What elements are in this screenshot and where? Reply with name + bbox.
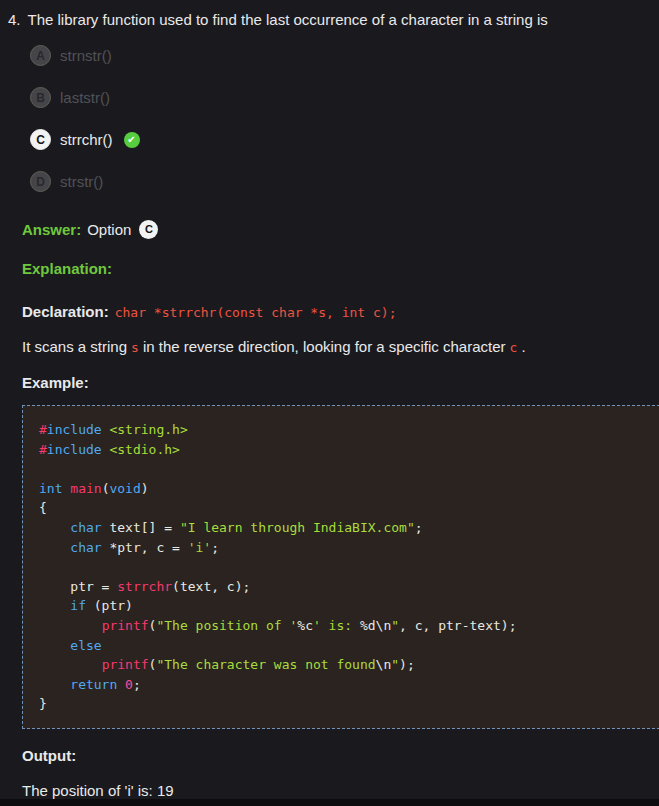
code-line: char *ptr, c = 'i';: [39, 538, 648, 558]
code-line: [39, 459, 648, 479]
correct-check-icon: ✔: [124, 132, 140, 148]
declaration-code: char *strrchr(const char *s, int c);: [115, 305, 397, 320]
answer-row: Answer: Option C: [22, 220, 659, 239]
option-label: strrchr(): [60, 131, 113, 148]
answer-option-text: Option: [87, 220, 131, 239]
code-line: printf("The position of '%c' is: %d\n", …: [39, 616, 648, 636]
output-heading: Output:: [22, 746, 659, 765]
code-line: [39, 557, 648, 577]
explanation-heading: Explanation:: [22, 259, 659, 278]
code-block: #include <string.h>#include <stdio.h> in…: [22, 405, 659, 729]
declaration-line: Declaration:char *strrchr(const char *s,…: [22, 302, 659, 322]
option-label: laststr(): [60, 89, 110, 106]
example-heading: Example:: [22, 373, 659, 392]
option-c[interactable]: Cstrrchr()✔: [30, 129, 659, 150]
code-line: }: [39, 694, 648, 714]
bottom-divider: [0, 799, 659, 806]
declaration-label: Declaration:: [22, 303, 109, 320]
code-line: #include <string.h>: [39, 420, 648, 440]
code-line: #include <stdio.h>: [39, 440, 648, 460]
code-line: char text[] = "I learn through IndiaBIX.…: [39, 518, 648, 538]
scan-text-middle: in the reverse direction, looking for a …: [143, 338, 506, 355]
option-d[interactable]: Dstrstr(): [30, 171, 659, 192]
code-line: ptr = strrchr(text, c);: [39, 577, 648, 597]
option-letter-badge: D: [30, 171, 51, 192]
output-text: The position of 'i' is: 19: [22, 781, 659, 800]
option-letter-badge: B: [30, 87, 51, 108]
answer-option-badge: C: [139, 220, 158, 239]
scan-note: It scans a stringsin the reverse directi…: [22, 337, 659, 357]
option-label: strnstr(): [60, 47, 112, 64]
question-number: 4.: [8, 11, 21, 28]
answer-label: Answer:: [22, 220, 81, 239]
code-line: {: [39, 498, 648, 518]
code-line: return 0;: [39, 675, 648, 695]
code-line: else: [39, 636, 648, 656]
option-label: strstr(): [60, 173, 103, 190]
option-b[interactable]: Blaststr(): [30, 87, 659, 108]
options-list: Astrnstr()Blaststr()Cstrrchr()✔Dstrstr(): [30, 45, 659, 192]
option-letter-badge: C: [30, 129, 51, 150]
scan-text-before: It scans a string: [22, 338, 127, 355]
option-a[interactable]: Astrnstr(): [30, 45, 659, 66]
code-line: int main(void): [39, 479, 648, 499]
scan-code-c: c: [506, 340, 522, 355]
option-letter-badge: A: [30, 45, 51, 66]
scan-text-after: .: [521, 338, 525, 355]
question-text: The library function used to find the la…: [28, 11, 548, 28]
scan-code-s: s: [127, 340, 143, 355]
question-title: 4.The library function used to find the …: [0, 0, 659, 29]
code-line: if (ptr): [39, 596, 648, 616]
code-line: printf("The character was not found\n");: [39, 655, 648, 675]
